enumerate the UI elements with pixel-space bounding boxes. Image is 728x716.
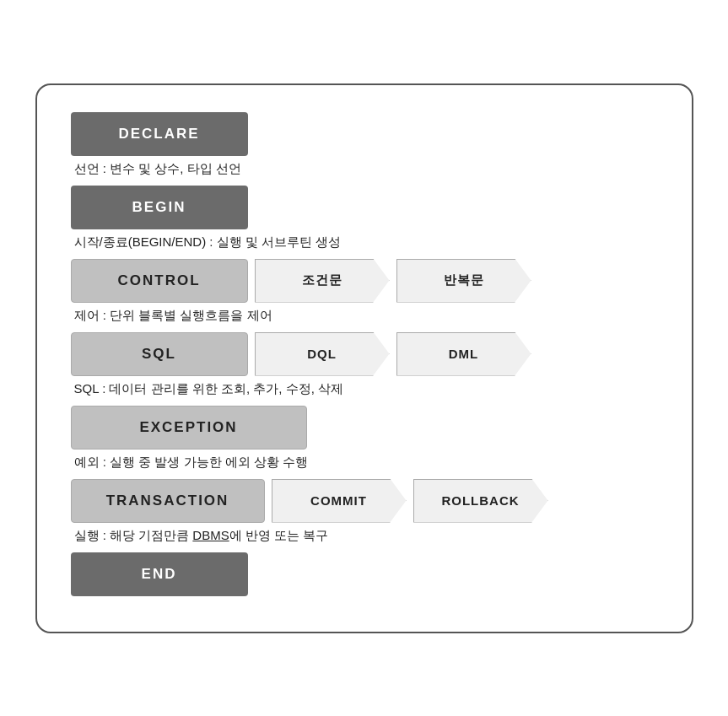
dbms-underline: DBMS xyxy=(192,528,229,542)
end-section: END xyxy=(71,552,658,596)
transaction-section: TRANSACTION COMMIT ROLLBACK 실행 : 해당 기점만큼… xyxy=(71,479,658,544)
declare-section: DECLARE 선언 : 변수 및 상수, 타입 선언 xyxy=(71,112,658,177)
transaction-arrow-2: ROLLBACK xyxy=(413,479,548,523)
control-box: CONTROL xyxy=(71,259,248,303)
control-section: CONTROL 조건문 반복문 제어 : 단위 블록별 실행흐름을 제어 xyxy=(71,259,658,324)
declare-box: DECLARE xyxy=(71,112,248,156)
sql-section: SQL DQL DML SQL : 데이터 관리를 위한 조회, 추가, 수정,… xyxy=(71,332,658,397)
begin-description: 시작/종료(BEGIN/END) : 실행 및 서브루틴 생성 xyxy=(74,234,658,250)
sql-description: SQL : 데이터 관리를 위한 조회, 추가, 수정, 삭제 xyxy=(74,381,658,397)
transaction-description: 실행 : 해당 기점만큼 DBMS에 반영 또는 복구 xyxy=(74,528,658,544)
declare-description: 선언 : 변수 및 상수, 타입 선언 xyxy=(74,161,658,177)
exception-description: 예외 : 실행 중 발생 가능한 에외 상황 수행 xyxy=(74,455,658,471)
sql-arrow-1: DQL xyxy=(255,332,390,376)
exception-section: EXCEPTION 예외 : 실행 중 발생 가능한 에외 상황 수행 xyxy=(71,406,658,471)
transaction-arrow-1: COMMIT xyxy=(272,479,407,523)
begin-box: BEGIN xyxy=(71,186,248,229)
control-description: 제어 : 단위 블록별 실행흐름을 제어 xyxy=(74,308,658,324)
main-container: DECLARE 선언 : 변수 및 상수, 타입 선언 BEGIN 시작/종료(… xyxy=(35,83,693,633)
sql-box: SQL xyxy=(71,332,248,376)
transaction-box: TRANSACTION xyxy=(71,479,265,523)
sql-arrow-2: DML xyxy=(396,332,531,376)
exception-box: EXCEPTION xyxy=(71,406,307,450)
end-box: END xyxy=(71,552,248,596)
control-arrow-2: 반복문 xyxy=(396,259,531,303)
control-arrow-1: 조건문 xyxy=(255,259,390,303)
begin-section: BEGIN 시작/종료(BEGIN/END) : 실행 및 서브루틴 생성 xyxy=(71,186,658,250)
